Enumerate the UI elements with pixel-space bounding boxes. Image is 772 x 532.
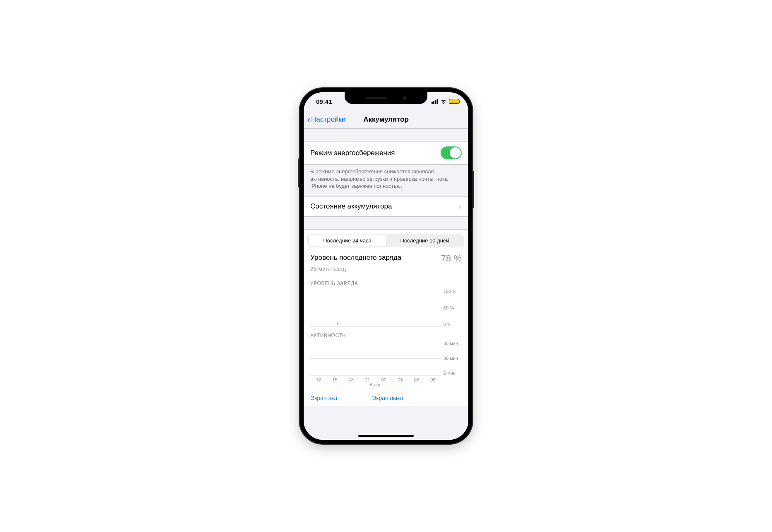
wifi-icon: [440, 99, 447, 104]
nav-bar: ‹ Настройки Аккумулятор: [304, 110, 468, 129]
low-power-label: Режим энергосбережения: [310, 149, 395, 157]
screen: 09:41 ‹ Настройки Аккумулятор Режим энер…: [304, 92, 468, 440]
battery-health-row[interactable]: Состояние аккумулятора ›: [304, 197, 468, 217]
battery-health-label: Состояние аккумулятора: [310, 202, 392, 211]
battery-icon: [449, 99, 459, 104]
chart1-title: УРОВЕНЬ ЗАРЯДА: [310, 280, 462, 286]
cellular-signal-icon: [432, 99, 439, 104]
chart1-bars: ⚡︎: [310, 289, 441, 327]
status-icons: [432, 99, 460, 104]
segment-10d[interactable]: Последние 10 дней: [386, 235, 463, 247]
back-label: Настройки: [311, 115, 345, 124]
x-axis-labels: 1215182100030609: [310, 376, 441, 382]
last-charge-section: Уровень последнего заряда 78 % 25 мин на…: [304, 247, 468, 276]
activity-legend: Экран вкл. Экран выкл.: [304, 392, 468, 406]
chart2-y-axis: 60 мин 30 мин 0 мин: [444, 341, 462, 376]
charging-bolt-icon: ⚡︎: [336, 321, 339, 326]
time-range-segmented: Последние 24 часа Последние 10 дней: [308, 234, 464, 247]
chart2-title: АКТИВНОСТЬ: [310, 333, 462, 338]
chart2-bars: [310, 341, 441, 376]
activity-chart: АКТИВНОСТЬ 60 мин 30 мин 0 мин 121518210…: [304, 328, 468, 392]
battery-level-chart: УРОВЕНЬ ЗАРЯДА ⚡︎ 100 % 50 % 0 %: [304, 276, 468, 328]
last-charge-value: 78 %: [441, 253, 462, 264]
phone-frame: 09:41 ‹ Настройки Аккумулятор Режим энер…: [300, 88, 472, 444]
low-power-description: В режиме энергосбережения снижается фоно…: [304, 165, 468, 197]
back-button[interactable]: ‹ Настройки: [307, 114, 345, 125]
page-title: Аккумулятор: [363, 115, 409, 124]
low-power-mode-row: Режим энергосбережения: [304, 141, 468, 165]
home-indicator[interactable]: [358, 435, 414, 437]
notch: [345, 92, 427, 104]
low-power-toggle[interactable]: [441, 146, 462, 159]
segment-24h[interactable]: Последние 24 часа: [309, 235, 386, 247]
content-scroll[interactable]: Режим энергосбережения В режиме энергосб…: [304, 129, 468, 440]
segment-container: Последние 24 часа Последние 10 дней: [304, 229, 468, 247]
legend-screen-on: Экран вкл.: [310, 395, 339, 401]
legend-screen-off: Экран выкл.: [372, 395, 405, 401]
last-charge-subtitle: 25 мин назад: [310, 266, 462, 272]
chevron-right-icon: ›: [459, 202, 462, 211]
last-charge-title: Уровень последнего заряда: [310, 253, 401, 262]
chevron-left-icon: ‹: [307, 114, 310, 125]
chart1-y-axis: 100 % 50 % 0 %: [444, 289, 462, 327]
status-time: 09:41: [316, 98, 332, 105]
x-axis-date: 6 авг.: [310, 382, 441, 391]
